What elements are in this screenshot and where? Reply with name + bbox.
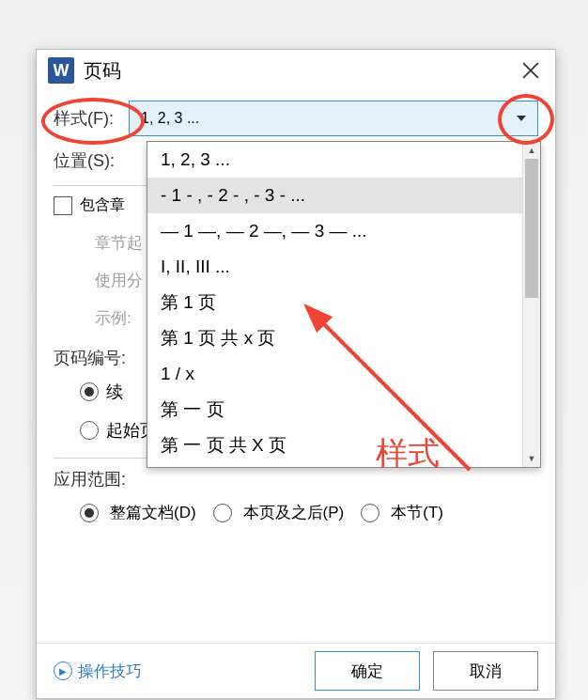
scroll-up-icon[interactable]: ▲	[523, 142, 540, 159]
scope-section-radio[interactable]	[361, 504, 379, 522]
scroll-thumb[interactable]	[525, 159, 538, 298]
scope-whole-label: 整篇文档(D)	[110, 502, 196, 523]
style-option-8[interactable]: 第 一 页 共 X 页	[147, 428, 540, 463]
style-value: 1, 2, 3 ...	[141, 110, 199, 127]
include-chapter-label: 包含章	[80, 195, 125, 215]
cancel-button[interactable]: 取消	[433, 651, 538, 691]
style-option-9[interactable]: 1, 2, 3 ...	[147, 463, 540, 467]
style-option-3[interactable]: I, II, III ...	[147, 249, 540, 285]
dialog-titlebar: W 页码	[37, 50, 555, 91]
ok-button[interactable]: 确定	[315, 651, 420, 691]
close-button[interactable]	[514, 54, 548, 87]
example-label: 示例:	[95, 300, 132, 337]
dropdown-scrollbar[interactable]: ▲ ▼	[522, 142, 540, 467]
include-chapter-checkbox[interactable]	[54, 196, 72, 215]
style-dropdown: 1, 2, 3 ...- 1 - , - 2 - , - 3 - ...— 1 …	[147, 141, 541, 468]
word-app-icon: W	[48, 57, 74, 84]
style-dropdown-list: 1, 2, 3 ...- 1 - , - 2 - , - 3 - ...— 1 …	[147, 142, 540, 467]
style-option-7[interactable]: 第 一 页	[147, 392, 540, 428]
close-icon	[522, 62, 539, 79]
scope-from-radio[interactable]	[213, 504, 232, 522]
continue-label: 续	[106, 381, 123, 403]
style-option-2[interactable]: — 1 —, — 2 —, — 3 — ...	[147, 213, 540, 249]
style-label: 样式(F):	[54, 107, 129, 130]
continue-radio[interactable]	[80, 382, 99, 401]
style-option-4[interactable]: 第 1 页	[147, 285, 540, 320]
ok-label: 确定	[351, 661, 383, 682]
start-at-radio[interactable]	[80, 421, 99, 440]
style-option-6[interactable]: 1 / x	[147, 356, 540, 392]
scope-row: 整篇文档(D) 本页及之后(P) 本节(T)	[80, 502, 538, 523]
style-row: 样式(F): 1, 2, 3 ...	[54, 101, 538, 136]
style-option-1[interactable]: - 1 - , - 2 - , - 3 - ...	[147, 178, 540, 213]
dialog-title: 页码	[84, 58, 514, 84]
use-separator-label: 使用分	[95, 262, 143, 300]
style-combobox[interactable]: 1, 2, 3 ...	[129, 101, 538, 136]
tips-label: 操作技巧	[78, 661, 142, 682]
scroll-track	[523, 159, 540, 450]
scope-label: 应用范围:	[54, 468, 538, 490]
scope-whole-radio[interactable]	[80, 504, 99, 522]
dialog-footer: ▶ 操作技巧 确定 取消	[37, 643, 555, 698]
play-icon: ▶	[54, 661, 72, 680]
scope-from-label: 本页及之后(P)	[243, 502, 345, 523]
scope-section-label: 本节(T)	[391, 502, 443, 523]
scroll-down-icon[interactable]: ▼	[523, 450, 540, 467]
position-label: 位置(S):	[54, 149, 129, 172]
style-option-5[interactable]: 第 1 页 共 x 页	[147, 320, 540, 356]
style-option-0[interactable]: 1, 2, 3 ...	[147, 142, 540, 178]
tips-link[interactable]: ▶ 操作技巧	[54, 661, 142, 682]
cancel-label: 取消	[470, 661, 502, 682]
chapter-start-label: 章节起	[95, 225, 143, 262]
chevron-down-icon	[517, 116, 526, 121]
